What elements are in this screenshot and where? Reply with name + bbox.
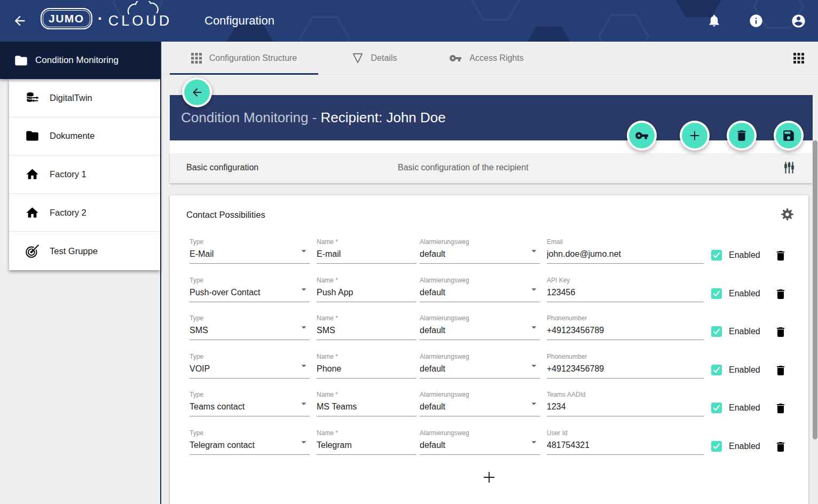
sidebar-item-label: Dokumente: [50, 131, 95, 141]
sidebar-item-factory-1[interactable]: Factory 1: [9, 155, 160, 194]
delete-row-button[interactable]: [774, 325, 787, 339]
enabled-label: Enabled: [729, 365, 760, 375]
contact-value-input[interactable]: User Id 481754321: [547, 426, 704, 455]
contact-value-label: Email: [547, 238, 704, 246]
tab-access-rights[interactable]: Access Rights: [430, 42, 542, 74]
alarm-route-select[interactable]: Alarmierungsweg default: [420, 350, 540, 379]
enabled-checkbox[interactable]: Enabled: [711, 250, 760, 261]
type-value: VOIP: [190, 363, 310, 379]
name-label: Name *: [317, 314, 416, 322]
enabled-checkbox[interactable]: Enabled: [711, 441, 760, 452]
alarm-route-select[interactable]: Alarmierungsweg default: [420, 426, 540, 455]
alarm-route-label: Alarmierungsweg: [420, 277, 540, 284]
check-icon: [712, 327, 721, 336]
contact-row: Type Teams contact Name * MS Teams Alarm…: [190, 388, 799, 426]
back-arrow-icon[interactable]: [12, 13, 28, 29]
key-icon: [449, 52, 462, 65]
cloud-icon: [127, 1, 166, 15]
trash-icon: [774, 401, 787, 415]
name-input[interactable]: Name * SMS: [317, 311, 416, 340]
check-icon: [712, 289, 721, 298]
home-icon: [25, 167, 40, 182]
basic-configuration-row[interactable]: Basic configuration Basic configuration …: [170, 153, 813, 183]
alarm-route-label: Alarmierungsweg: [420, 353, 540, 360]
home-icon: [25, 206, 40, 220]
checkbox-checked: [711, 288, 722, 299]
delete-row-button[interactable]: [774, 364, 787, 377]
alarm-route-select[interactable]: Alarmierungsweg default: [420, 273, 540, 302]
trash-icon: [774, 287, 787, 301]
enabled-checkbox[interactable]: Enabled: [711, 288, 760, 299]
add-button[interactable]: [680, 121, 710, 151]
access-key-button[interactable]: [627, 121, 657, 151]
delete-row-button[interactable]: [774, 287, 787, 301]
gear-icon[interactable]: [780, 207, 795, 222]
type-select[interactable]: Type Teams contact: [190, 388, 310, 416]
delete-row-button[interactable]: [774, 401, 787, 415]
name-input[interactable]: Name * Push App: [317, 273, 416, 302]
funnel-icon: [352, 52, 364, 64]
notifications-bell-icon[interactable]: [706, 13, 722, 29]
type-select[interactable]: Type E-Mail: [190, 235, 310, 264]
enabled-checkbox[interactable]: Enabled: [711, 365, 760, 375]
account-icon[interactable]: [790, 13, 806, 29]
tab-details[interactable]: Details: [318, 42, 430, 74]
name-value: Telegram: [317, 439, 416, 455]
alarm-route-select[interactable]: Alarmierungsweg default: [420, 388, 540, 416]
recipient-title-main: Recipient: John Doe: [321, 109, 446, 125]
sidebar-item-test-gruppe[interactable]: Test Gruppe: [9, 232, 160, 270]
chevron-down-icon: [298, 398, 310, 412]
add-contact-button[interactable]: [481, 469, 497, 485]
contact-value-input[interactable]: API Key 123456: [547, 273, 704, 302]
info-icon[interactable]: [748, 13, 764, 29]
delete-row-button[interactable]: [774, 440, 787, 454]
chevron-down-icon: [298, 245, 310, 259]
digital-twin-icon: [25, 91, 40, 105]
delete-button[interactable]: [727, 121, 757, 151]
sidebar-item-factory-2[interactable]: Factory 2: [9, 194, 160, 232]
enabled-label: Enabled: [729, 442, 760, 451]
contact-value: 481754321: [547, 439, 704, 455]
enabled-label: Enabled: [729, 250, 760, 260]
tab-configuration-structure[interactable]: Configuration Structure: [170, 42, 318, 74]
name-input[interactable]: Name * MS Teams: [317, 388, 416, 416]
contact-value-input[interactable]: Phonenumber +49123456789: [547, 311, 704, 340]
plus-icon: [481, 469, 497, 485]
contact-value-input[interactable]: Teams AADId 1234: [547, 388, 704, 416]
contact-value-input[interactable]: Email john.doe@jumo.net: [547, 235, 704, 264]
folder-icon: [25, 129, 40, 143]
sidebar-items: DigitalTwin Dokumente Factory 1 Factory …: [9, 79, 160, 270]
type-select[interactable]: Type SMS: [190, 311, 310, 340]
chevron-down-icon: [298, 284, 310, 297]
sidebar-item-label: Factory 1: [50, 169, 86, 179]
chevron-down-icon: [528, 321, 540, 335]
contact-row: Type Push-over Contact Name * Push App A…: [190, 273, 799, 312]
trash-icon: [774, 325, 787, 339]
name-input[interactable]: Name * E-mail: [317, 235, 416, 264]
sidebar-item-digitaltwin[interactable]: DigitalTwin: [9, 79, 160, 117]
alarm-route-value: default: [420, 287, 540, 302]
sidebar-item-condition-monitoring[interactable]: Condition Monitoring: [0, 42, 160, 79]
back-button[interactable]: [182, 77, 212, 107]
name-input[interactable]: Name * Telegram: [317, 426, 416, 455]
sliders-icon[interactable]: [782, 161, 797, 176]
name-input[interactable]: Name * Phone: [317, 350, 416, 379]
type-select[interactable]: Type VOIP: [190, 350, 310, 379]
grid-view-icon[interactable]: [793, 53, 804, 64]
type-label: Type: [190, 391, 310, 398]
contact-value-input[interactable]: Phonenumber +49123456789: [547, 350, 704, 379]
type-select[interactable]: Type Push-over Contact: [190, 273, 310, 302]
page-title: Configuration: [204, 0, 274, 42]
sidebar: Condition Monitoring DigitalTwin Dokumen…: [0, 42, 161, 504]
save-icon: [782, 129, 796, 143]
sidebar-item-dokumente[interactable]: Dokumente: [9, 117, 160, 156]
enabled-checkbox[interactable]: Enabled: [711, 403, 760, 413]
alarm-route-select[interactable]: Alarmierungsweg default: [420, 235, 540, 264]
chevron-down-icon: [298, 321, 310, 335]
scrollbar-thumb[interactable]: [813, 140, 817, 439]
enabled-checkbox[interactable]: Enabled: [711, 326, 760, 337]
delete-row-button[interactable]: [774, 249, 787, 263]
alarm-route-select[interactable]: Alarmierungsweg default: [420, 311, 540, 340]
type-select[interactable]: Type Telegram contact: [190, 426, 310, 455]
save-button[interactable]: [774, 121, 804, 151]
